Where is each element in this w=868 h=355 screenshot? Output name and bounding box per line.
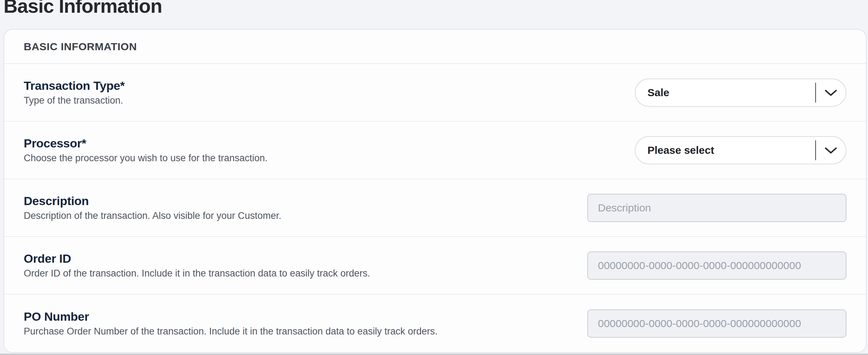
field-description-description: Description of the transaction. Also vis… (24, 210, 281, 221)
form-row-transaction-type: Transaction Type* Type of the transactio… (4, 64, 866, 122)
chevron-down-icon (816, 89, 846, 97)
transaction-type-selected-value: Sale (635, 87, 815, 99)
field-info: Order ID Order ID of the transaction. In… (24, 252, 370, 279)
transaction-type-select[interactable]: Sale (635, 78, 846, 107)
field-label-order-id: Order ID (24, 252, 370, 266)
field-label-processor: Processor* (24, 136, 268, 150)
field-info: Processor* Choose the processor you wish… (24, 136, 268, 164)
field-description-transaction-type: Type of the transaction. (24, 95, 125, 106)
order-id-input[interactable] (587, 251, 846, 280)
window-bottom-edge (0, 354, 868, 355)
field-description-po-number: Purchase Order Number of the transaction… (24, 326, 438, 337)
basic-information-card: BASIC INFORMATION Transaction Type* Type… (4, 29, 867, 353)
field-info: Description Description of the transacti… (24, 194, 281, 221)
processor-select[interactable]: Please select (635, 136, 846, 164)
form-row-processor: Processor* Choose the processor you wish… (4, 122, 866, 179)
field-info: PO Number Purchase Order Number of the t… (24, 310, 438, 337)
card-header-title: BASIC INFORMATION (24, 41, 137, 53)
chevron-down-icon (816, 146, 846, 154)
field-label-po-number: PO Number (24, 310, 438, 324)
form-row-po-number: PO Number Purchase Order Number of the t… (4, 295, 866, 352)
page-title: Basic Information (4, 0, 162, 16)
form-row-order-id: Order ID Order ID of the transaction. In… (4, 237, 866, 295)
field-label-transaction-type: Transaction Type* (24, 79, 125, 93)
field-label-description: Description (24, 194, 281, 208)
description-input[interactable] (587, 194, 846, 222)
card-header: BASIC INFORMATION (4, 30, 866, 64)
field-description-processor: Choose the processor you wish to use for… (24, 153, 268, 164)
form-row-description: Description Description of the transacti… (4, 179, 866, 237)
field-info: Transaction Type* Type of the transactio… (24, 79, 125, 106)
field-description-order-id: Order ID of the transaction. Include it … (24, 268, 370, 279)
po-number-input[interactable] (587, 309, 846, 338)
processor-selected-value: Please select (635, 144, 815, 156)
